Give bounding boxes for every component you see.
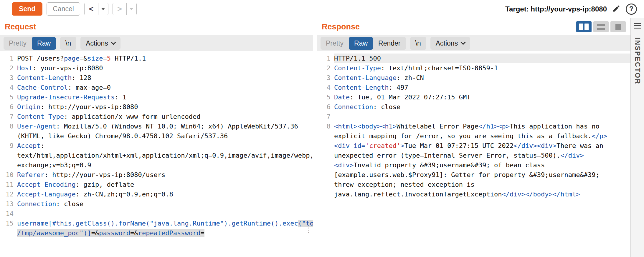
send-button[interactable]: Send bbox=[12, 2, 42, 16]
editor-line[interactable]: 5Upgrade-Insecure-Requests: 1 bbox=[0, 92, 313, 102]
help-icon[interactable]: ? bbox=[626, 4, 637, 15]
code-line[interactable]: Content-Length: 128 bbox=[17, 73, 313, 83]
editor-line[interactable]: 8<html><body><h1>Whitelabel Error Page</… bbox=[317, 121, 630, 199]
response-tab-pretty[interactable]: Pretty bbox=[321, 37, 349, 50]
layout-rows-button[interactable] bbox=[593, 21, 609, 32]
response-tab-render[interactable]: Render bbox=[373, 37, 406, 50]
toolbar: Send Cancel < > Target: http://your-vps-… bbox=[0, 0, 644, 18]
inspector-label[interactable]: INSPECTOR bbox=[633, 37, 641, 85]
code-line[interactable]: Accept-Encoding: gzip, deflate bbox=[17, 180, 313, 189]
request-title: Request bbox=[5, 22, 36, 31]
code-segment: : text/html,application/xhtml+xml,applic… bbox=[17, 142, 313, 169]
code-segment: =& bbox=[91, 229, 99, 237]
request-tab-raw[interactable]: Raw bbox=[32, 37, 56, 50]
code-line[interactable]: Content-Language: zh-CN bbox=[334, 73, 630, 83]
edit-target-icon[interactable] bbox=[612, 4, 620, 14]
code-line[interactable]: Accept-Language: zh-CN,zh;q=0.9,en;q=0.8 bbox=[17, 189, 313, 199]
back-button[interactable]: < bbox=[85, 3, 98, 15]
code-line[interactable]: Cache-Control: max-age=0 bbox=[17, 83, 313, 92]
pencil-icon bbox=[612, 4, 620, 13]
editor-line[interactable]: 9Accept: text/html,application/xhtml+xml… bbox=[0, 141, 313, 170]
editor-line[interactable]: 10Referer: http://your-vps-ip:8080/users bbox=[0, 170, 313, 180]
editor-line[interactable]: 4Cache-Control: max-age=0 bbox=[0, 83, 313, 92]
editor-line[interactable]: 7 bbox=[317, 112, 630, 121]
code-line[interactable]: Referer: http://your-vps-ip:8080/users bbox=[17, 170, 313, 180]
code-line[interactable] bbox=[17, 209, 313, 218]
line-number: 8 bbox=[0, 121, 14, 141]
response-actions-button[interactable]: Actions bbox=[430, 37, 470, 50]
editor-line[interactable]: 14 bbox=[0, 209, 313, 218]
code-segment: = bbox=[201, 229, 204, 237]
editor-line[interactable]: 1HTTP/1.1 500 bbox=[317, 54, 630, 63]
code-line[interactable]: Upgrade-Insecure-Requests: 1 bbox=[17, 92, 313, 102]
code-segment: : 128 bbox=[72, 74, 91, 81]
code-line[interactable]: Content-Length: 497 bbox=[334, 83, 630, 92]
line-number: 4 bbox=[317, 83, 331, 92]
request-tab-pretty[interactable]: Pretty bbox=[4, 37, 32, 50]
request-newline-toggle-button[interactable]: \n bbox=[60, 37, 76, 50]
editor-line[interactable]: 11Accept-Encoding: gzip, deflate bbox=[0, 180, 313, 189]
response-panel: Response Pretty Raw Ren bbox=[317, 18, 630, 257]
code-segment: Host bbox=[17, 64, 33, 72]
code-line[interactable]: Content-Type: application/x-www-form-url… bbox=[17, 112, 313, 121]
menu-icon[interactable] bbox=[634, 23, 641, 29]
editor-line[interactable]: 8User-Agent: Mozilla/5.0 (Windows NT 10.… bbox=[0, 121, 313, 141]
code-line[interactable]: Date: Tue, 01 Mar 2022 07:27:15 GMT bbox=[334, 92, 630, 102]
editor-line[interactable]: 3Content-Language: zh-CN bbox=[317, 73, 630, 83]
line-number: 5 bbox=[0, 92, 14, 102]
cancel-button[interactable]: Cancel bbox=[47, 2, 80, 16]
toolbar-right: Target: http://your-vps-ip:8080 ? bbox=[505, 4, 637, 15]
forward-dropdown-button[interactable] bbox=[126, 3, 136, 15]
editor-line[interactable]: 7Content-Type: application/x-www-form-ur… bbox=[0, 112, 313, 121]
response-editor[interactable]: 1HTTP/1.1 5002Content-Type: text/html;ch… bbox=[317, 51, 630, 257]
code-line[interactable]: Accept: text/html,application/xhtml+xml,… bbox=[17, 141, 313, 170]
request-editor[interactable]: ⋮ 1POST /users?page=&size=5 HTTP/1.12Hos… bbox=[0, 51, 313, 257]
code-segment: 'created' bbox=[365, 142, 400, 149]
code-segment: page bbox=[64, 55, 80, 62]
editor-line[interactable]: 5Date: Tue, 01 Mar 2022 07:27:15 GMT bbox=[317, 92, 630, 102]
editor-line[interactable]: 1POST /users?page=&size=5 HTTP/1.1 bbox=[0, 54, 313, 63]
layout-columns-button[interactable] bbox=[576, 21, 592, 32]
editor-line[interactable]: 2Content-Type: text/html;charset=ISO-885… bbox=[317, 63, 630, 73]
panel-splitter[interactable] bbox=[313, 18, 317, 257]
request-actions-button[interactable]: Actions bbox=[80, 37, 120, 50]
editor-line[interactable]: 2Host: your-vps-ip:8080 bbox=[0, 63, 313, 73]
editor-line[interactable]: 12Accept-Language: zh-CN,zh;q=0.9,en;q=0… bbox=[0, 189, 313, 199]
code-line[interactable]: Origin: http://your-vps-ip:8080 bbox=[17, 102, 313, 112]
response-tab-raw[interactable]: Raw bbox=[349, 37, 373, 50]
forward-button[interactable]: > bbox=[113, 3, 126, 15]
editor-line[interactable]: 6Connection: close bbox=[317, 102, 630, 112]
response-newline-toggle-button[interactable]: \n bbox=[410, 37, 426, 50]
editor-line[interactable]: 13Connection: close bbox=[0, 199, 313, 209]
code-segment: : http://your-vps-ip:8080/users bbox=[44, 171, 166, 178]
line-number: 2 bbox=[317, 63, 331, 73]
code-segment: : your-vps-ip:8080 bbox=[33, 64, 103, 72]
code-segment: Connection bbox=[334, 103, 373, 111]
code-segment: =& bbox=[80, 55, 87, 62]
code-line[interactable] bbox=[334, 112, 630, 121]
code-line[interactable]: POST /users?page=&size=5 HTTP/1.1 bbox=[17, 54, 313, 63]
editor-line[interactable]: 15username[#this.getClass().forName("jav… bbox=[0, 218, 313, 238]
code-line[interactable]: username[#this.getClass().forName("java.… bbox=[17, 218, 313, 238]
code-segment: Origin bbox=[17, 103, 40, 111]
columns-layout-icon bbox=[584, 24, 589, 30]
code-line[interactable]: Connection: close bbox=[334, 102, 630, 112]
editor-line[interactable]: 3Content-Length: 128 bbox=[0, 73, 313, 83]
layout-single-button[interactable] bbox=[610, 21, 626, 32]
editor-line[interactable]: 6Origin: http://your-vps-ip:8080 bbox=[0, 102, 313, 112]
code-line[interactable]: Connection: close bbox=[17, 199, 313, 209]
line-number: 2 bbox=[0, 63, 14, 73]
line-number: 1 bbox=[0, 54, 14, 63]
code-line[interactable]: Content-Type: text/html;charset=ISO-8859… bbox=[334, 63, 630, 73]
code-segment: Date bbox=[334, 94, 350, 101]
back-dropdown-button[interactable] bbox=[98, 3, 108, 15]
vertical-dots-icon[interactable]: ⋮ bbox=[306, 225, 312, 235]
code-segment: : Tue, 01 Mar 2022 07:27:15 GMT bbox=[350, 94, 471, 101]
code-line[interactable]: Host: your-vps-ip:8080 bbox=[17, 63, 313, 73]
code-line[interactable]: <html><body><h1>Whitelabel Error Page</h… bbox=[334, 121, 630, 199]
actions-label: Actions bbox=[86, 39, 108, 47]
editor-line[interactable]: 4Content-Length: 497 bbox=[317, 83, 630, 92]
code-line[interactable]: HTTP/1.1 500 bbox=[334, 54, 630, 63]
code-line[interactable]: User-Agent: Mozilla/5.0 (Windows NT 10.0… bbox=[17, 121, 313, 141]
code-segment: Referer bbox=[17, 171, 44, 178]
